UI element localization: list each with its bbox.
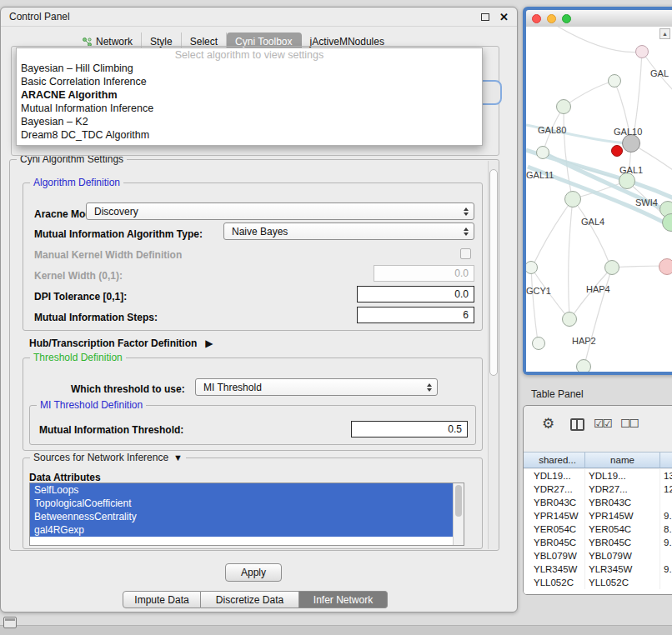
dropdown-item[interactable]: Bayesian – Hill Climbing xyxy=(17,62,482,75)
bottom-tab-impute-data[interactable]: Impute Data xyxy=(123,591,201,608)
network-tab-icon xyxy=(83,38,92,47)
close-icon[interactable]: ✕ xyxy=(499,12,509,22)
deselect-all-icon[interactable]: ☐☐ xyxy=(620,417,638,430)
mi-algorithm-type-select[interactable]: Naive Bayes xyxy=(223,222,474,240)
manual-kernel-checkbox[interactable] xyxy=(460,248,471,259)
cell xyxy=(660,496,672,509)
cell: YLL052C xyxy=(585,576,660,589)
list-item-selected[interactable]: gal4RGexp xyxy=(30,523,453,537)
table-row[interactable]: YER054C YER054C 8. xyxy=(524,522,672,536)
zoom-button[interactable] xyxy=(562,14,571,23)
network-node-gal11[interactable] xyxy=(536,146,549,159)
scrollbar-thumb[interactable] xyxy=(489,169,498,376)
bottom-tab-bar: Impute Data Discretize Data Infer Networ… xyxy=(123,591,388,608)
network-node-red[interactable] xyxy=(611,145,623,157)
node-label: GAL80 xyxy=(538,125,566,135)
node-label: SWI4 xyxy=(635,198,658,208)
cell: YDR27... xyxy=(585,482,660,496)
apply-button[interactable]: Apply xyxy=(225,563,282,582)
gear-icon[interactable]: ⚙ xyxy=(542,415,554,432)
table-row[interactable]: YDR27... YDR27... 12 xyxy=(524,482,672,496)
column-header-shared[interactable]: shared... xyxy=(530,452,585,468)
cell: YLR345W xyxy=(585,562,660,576)
minimize-icon[interactable] xyxy=(481,13,489,21)
cell: YBL079W xyxy=(530,549,585,562)
which-threshold-select[interactable]: MI Threshold xyxy=(195,378,438,396)
cell: 13 xyxy=(660,469,672,482)
node-label: HAP2 xyxy=(572,336,596,346)
table-row[interactable]: YBR045C YBR045C 9. xyxy=(524,536,672,549)
list-item-selected[interactable]: SelfLoops xyxy=(30,483,453,497)
mi-threshold-input[interactable]: 0.5 xyxy=(351,421,468,438)
hub-section-label: Hub/Transcription Factor Definition xyxy=(29,338,197,349)
table-row[interactable]: YLL052C YLL052C xyxy=(524,576,672,589)
columns-icon[interactable] xyxy=(570,418,584,431)
table-row[interactable]: YBR043C YBR043C xyxy=(524,496,672,509)
table-row[interactable]: YBL079W YBL079W xyxy=(524,549,672,562)
node-label: HAP4 xyxy=(586,284,610,294)
hub-section-toggle[interactable]: Hub/Transcription Factor Definition ▶ xyxy=(29,338,213,349)
mi-steps-input[interactable]: 6 xyxy=(357,307,474,323)
kernel-width-label: Kernel Width (0,1): xyxy=(34,270,123,282)
cell: YER054C xyxy=(585,522,660,536)
control-panel-titlebar: Control Panel ✕ xyxy=(1,8,517,27)
dropdown-placeholder: Select algorithm to view settings xyxy=(17,49,482,62)
close-button[interactable] xyxy=(532,14,541,23)
dropdown-item[interactable]: Bayesian – K2 xyxy=(17,115,482,128)
dpi-tolerance-input[interactable]: 0.0 xyxy=(357,286,474,302)
combo-arrows-icon xyxy=(464,208,469,216)
data-attributes-list[interactable]: SelfLoops TopologicalCoefficient Between… xyxy=(29,482,464,546)
cell: YLL052C xyxy=(530,576,585,589)
table-panel-window: ⚙ ☑☑ ☐☐ shared... name YDL19... YDL19...… xyxy=(523,405,672,595)
dropdown-item[interactable]: Dream8 DC_TDC Algorithm xyxy=(17,128,482,142)
sources-section-toggle[interactable]: Sources for Network Inference ▼ xyxy=(30,452,186,463)
bottom-tab-discretize-data[interactable]: Discretize Data xyxy=(201,591,299,608)
table-row[interactable]: YLR345W YLR345W 9. xyxy=(524,562,672,576)
network-node[interactable] xyxy=(532,337,545,350)
cell: YBL079W xyxy=(585,549,660,562)
select-all-icon[interactable]: ☑☑ xyxy=(594,417,611,430)
node-label: GAL xyxy=(650,68,669,78)
table-row[interactable]: YPR145W YPR145W 9. xyxy=(524,509,672,522)
cell: YBR045C xyxy=(585,536,660,549)
network-node[interactable] xyxy=(576,359,591,372)
cell: 12 xyxy=(660,482,672,496)
cell: YPR145W xyxy=(585,509,660,522)
network-node-hap4[interactable] xyxy=(604,260,619,275)
network-node-gal4[interactable] xyxy=(564,191,581,208)
column-header-name[interactable]: name xyxy=(585,452,660,468)
network-node[interactable] xyxy=(635,45,649,58)
network-node-gal1[interactable] xyxy=(619,172,635,189)
network-node[interactable] xyxy=(608,74,621,88)
dropdown-item-selected[interactable]: ARACNE Algorithm xyxy=(17,88,482,102)
column-header-extra[interactable] xyxy=(660,452,672,468)
bottom-tab-infer-network[interactable]: Infer Network xyxy=(299,591,388,608)
list-item-selected[interactable]: TopologicalCoefficient xyxy=(30,497,453,510)
scrollbar-thumb[interactable] xyxy=(455,485,462,517)
network-node-hap2[interactable] xyxy=(562,312,577,327)
group-title: MI Threshold Definition xyxy=(37,399,146,411)
mi-steps-label: Mutual Information Steps: xyxy=(34,312,158,323)
list-scrollbar[interactable] xyxy=(453,483,464,545)
scroll-up-button[interactable]: ▲ xyxy=(659,28,670,39)
table-body: YDL19... YDL19... 13 YDR27... YDR27... 1… xyxy=(524,469,672,594)
network-node-gal80[interactable] xyxy=(556,99,571,114)
selected-value: MI Threshold xyxy=(203,382,262,393)
node-label: GAL4 xyxy=(581,217,604,227)
scroll-up-icon: ▲ xyxy=(662,31,668,37)
list-item-selected[interactable]: BetweennessCentrality xyxy=(30,510,453,523)
minimized-panel-icon[interactable] xyxy=(3,617,17,628)
dropdown-item[interactable]: Basic Correlation Inference xyxy=(17,75,482,88)
which-threshold-label: Which threshold to use: xyxy=(71,383,185,395)
network-node-pink[interactable] xyxy=(659,258,672,275)
network-node-gal10[interactable] xyxy=(622,134,640,152)
kernel-width-input[interactable]: 0.0 xyxy=(374,265,474,282)
table-row[interactable]: YDL19... YDL19... 13 xyxy=(524,469,672,482)
dropdown-item[interactable]: Mutual Information Inference xyxy=(17,102,482,115)
cell: YDL19... xyxy=(530,469,585,482)
cell: YER054C xyxy=(530,522,585,536)
network-canvas[interactable]: GAL GAL80 GAL10 GAL11 GAL1 SWI4 GAL4 GCY… xyxy=(526,27,672,372)
aracne-mode-select[interactable]: Discovery xyxy=(86,202,474,220)
minimize-button[interactable] xyxy=(547,14,556,23)
settings-scrollbar[interactable] xyxy=(488,161,499,549)
